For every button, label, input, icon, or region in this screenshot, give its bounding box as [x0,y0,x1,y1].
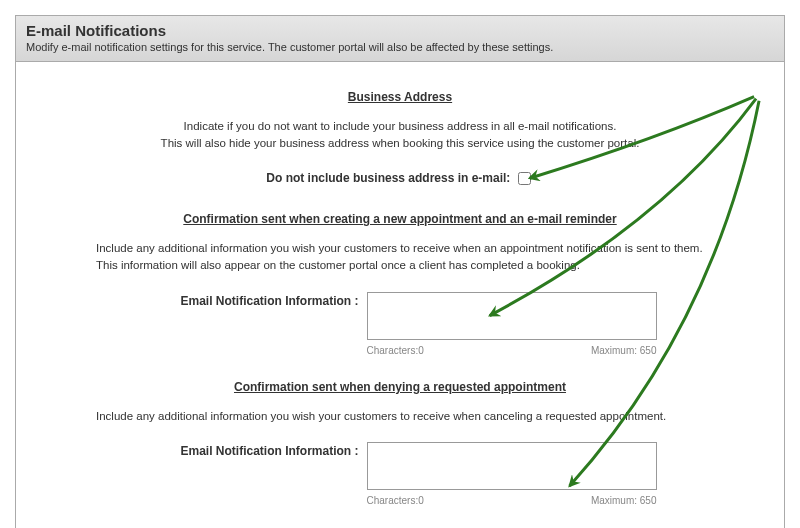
confirm-create-heading: Confirmation sent when creating a new ap… [76,212,724,226]
panel-body: Business Address Indicate if you do not … [16,62,784,528]
blurb-line-2: This will also hide your business addres… [161,137,640,149]
confirm-deny-label: Email Notification Information : [144,442,359,458]
char-count: 0 [418,345,424,356]
blurb-line-1: Indicate if you do not want to include y… [184,120,617,132]
confirm-create-field-row: Email Notification Information : Charact… [76,292,724,356]
max-label: Maximum: [591,495,637,506]
confirm-deny-field-row: Email Notification Information : Charact… [76,442,724,506]
confirm-create-textarea[interactable] [367,292,657,340]
confirm-deny-counter: Characters:0 Maximum: 650 [367,495,657,506]
confirm-create-blurb: Include any additional information you w… [76,240,724,273]
hide-address-checkbox[interactable] [518,172,531,185]
panel-header: E-mail Notifications Modify e-mail notif… [16,16,784,62]
confirm-create-label: Email Notification Information : [144,292,359,308]
business-address-blurb: Indicate if you do not want to include y… [76,118,724,151]
hide-address-label: Do not include business address in e-mai… [266,171,510,185]
char-label: Characters: [367,495,419,506]
confirm-deny-blurb: Include any additional information you w… [76,408,724,425]
hide-address-row: Do not include business address in e-mai… [76,169,724,188]
max-label: Maximum: [591,345,637,356]
email-notifications-panel: E-mail Notifications Modify e-mail notif… [15,15,785,528]
confirm-create-counter: Characters:0 Maximum: 650 [367,345,657,356]
max-count: 650 [640,345,657,356]
business-address-heading: Business Address [76,90,724,104]
confirm-deny-heading: Confirmation sent when denying a request… [76,380,724,394]
panel-subtitle: Modify e-mail notification settings for … [26,41,774,53]
confirm-deny-textarea[interactable] [367,442,657,490]
char-label: Characters: [367,345,419,356]
max-count: 650 [640,495,657,506]
panel-title: E-mail Notifications [26,22,774,39]
char-count: 0 [418,495,424,506]
